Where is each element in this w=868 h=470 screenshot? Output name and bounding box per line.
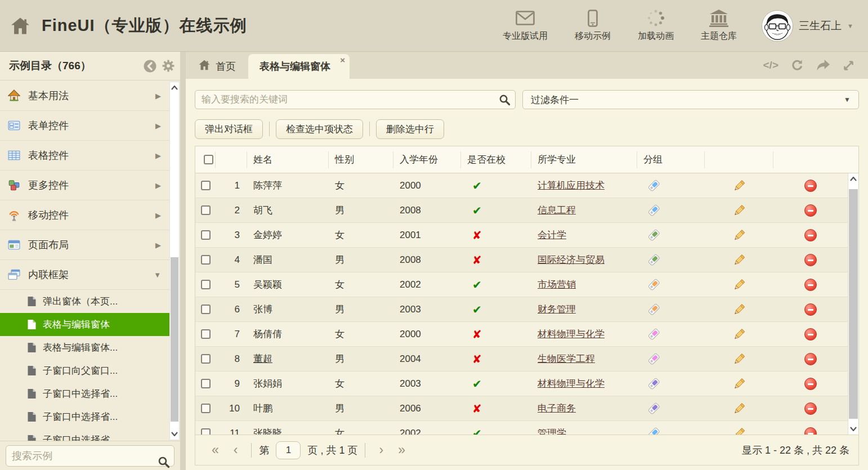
edit-pencil-icon[interactable] (732, 402, 746, 415)
sidebar-group-iframe[interactable]: 内联框架▼ (0, 260, 170, 290)
tag-icon[interactable] (647, 401, 661, 415)
check-selected-button[interactable]: 检查选中项状态 (276, 119, 363, 139)
delete-row-icon[interactable] (804, 402, 817, 415)
major-link[interactable]: 会计学 (538, 229, 566, 241)
major-link[interactable]: 材料物理与化学 (538, 377, 605, 390)
major-link[interactable]: 计算机应用技术 (538, 179, 605, 192)
row-checkbox[interactable] (201, 230, 211, 240)
tab-home[interactable]: 首页 (186, 54, 248, 79)
home-icon[interactable] (10, 17, 30, 35)
edit-pencil-icon[interactable] (732, 278, 746, 292)
tag-icon[interactable] (647, 253, 661, 267)
sidebar-item[interactable]: 表格与编辑窗体... (0, 336, 170, 359)
col-enrolled[interactable]: 是否在校 (461, 151, 531, 168)
row-checkbox[interactable] (201, 329, 211, 339)
delete-row-icon[interactable] (804, 279, 817, 291)
tag-icon[interactable] (647, 178, 661, 193)
page-number-input[interactable] (276, 441, 301, 459)
major-link[interactable]: 市场营销 (538, 278, 576, 291)
row-checkbox[interactable] (201, 255, 211, 265)
table-row[interactable]: 11 张晓晓 女 2002 ✔ 管理学 (195, 421, 858, 435)
major-link[interactable]: 财务管理 (538, 303, 576, 316)
nav-mobile-demo[interactable]: 移动示例 (575, 9, 611, 42)
row-checkbox[interactable] (201, 404, 211, 413)
nav-trial[interactable]: 专业版试用 (503, 9, 548, 42)
tab-grid-edit-window[interactable]: 表格与编辑窗体 × (248, 54, 350, 79)
delete-row-icon[interactable] (804, 427, 817, 435)
row-checkbox[interactable] (201, 354, 211, 364)
delete-row-icon[interactable] (804, 378, 817, 390)
open-dialog-button[interactable]: 弹出对话框 (195, 119, 263, 139)
row-checkbox[interactable] (201, 428, 211, 435)
edit-pencil-icon[interactable] (732, 303, 746, 316)
source-code-icon[interactable]: </> (763, 59, 778, 71)
row-checkbox[interactable] (201, 379, 211, 388)
table-row[interactable]: 2 胡飞 男 2008 ✔ 信息工程 (195, 198, 858, 223)
sidebar-item[interactable]: 子窗口向父窗口... (0, 359, 170, 382)
scroll-up-icon[interactable] (848, 173, 858, 185)
tag-icon[interactable] (647, 228, 661, 242)
sidebar-scrollbar[interactable] (169, 82, 180, 440)
edit-pencil-icon[interactable] (732, 204, 746, 217)
keyword-search-input[interactable] (195, 90, 516, 109)
col-name[interactable]: 姓名 (247, 151, 329, 168)
sidebar-group-basic[interactable]: 基本用法▶ (0, 81, 170, 111)
edit-pencil-icon[interactable] (732, 377, 746, 391)
major-link[interactable]: 信息工程 (538, 204, 576, 217)
share-icon[interactable] (816, 59, 830, 72)
delete-row-icon[interactable] (804, 353, 817, 365)
first-page-button[interactable]: « (204, 444, 226, 456)
tag-icon[interactable] (647, 327, 661, 341)
delete-row-icon[interactable] (804, 204, 817, 217)
scroll-up-icon[interactable] (170, 82, 179, 93)
edit-pencil-icon[interactable] (732, 352, 746, 366)
major-link[interactable]: 管理学 (538, 427, 566, 435)
delete-row-icon[interactable] (804, 303, 817, 316)
edit-pencil-icon[interactable] (732, 179, 746, 193)
edit-pencil-icon[interactable] (732, 427, 746, 435)
row-checkbox[interactable] (201, 205, 211, 215)
col-year[interactable]: 入学年份 (393, 151, 461, 168)
tag-icon[interactable] (647, 302, 661, 316)
splitter[interactable] (180, 52, 186, 470)
major-link[interactable]: 电子商务 (538, 402, 576, 415)
table-row[interactable]: 1 陈萍萍 女 2000 ✔ 计算机应用技术 (195, 173, 858, 198)
major-link[interactable]: 材料物理与化学 (538, 328, 605, 341)
edit-pencil-icon[interactable] (732, 253, 746, 267)
row-checkbox[interactable] (201, 181, 211, 190)
collapse-sidebar-icon[interactable] (144, 60, 156, 73)
edit-pencil-icon[interactable] (732, 328, 746, 341)
col-gender[interactable]: 性别 (329, 151, 393, 168)
table-row[interactable]: 9 张娟娟 女 2003 ✔ 材料物理与化学 (195, 371, 858, 396)
grid-scrollbar[interactable] (848, 173, 858, 435)
delete-row-icon[interactable] (804, 328, 817, 341)
nav-theme-repo[interactable]: 主题仓库 (701, 9, 737, 42)
sidebar-group-form[interactable]: 表单控件▶ (0, 111, 170, 141)
table-row[interactable]: 5 吴颖颖 女 2002 ✔ 市场营销 (195, 272, 858, 297)
sidebar-group-more[interactable]: 更多控件▶ (0, 171, 170, 200)
delete-row-icon[interactable] (804, 254, 817, 266)
sidebar-item[interactable]: 子窗口中选择省... (0, 405, 170, 428)
last-page-button[interactable]: » (391, 444, 413, 456)
expand-icon[interactable] (843, 60, 854, 71)
select-all-checkbox[interactable] (195, 151, 216, 168)
row-checkbox[interactable] (201, 280, 211, 289)
table-row[interactable]: 6 张博 男 2003 ✔ 财务管理 (195, 297, 858, 322)
table-row[interactable]: 4 潘国 男 2008 ✘ 国际经济与贸易 (195, 248, 858, 272)
tag-icon[interactable] (647, 203, 661, 217)
tag-icon[interactable] (647, 352, 661, 366)
col-major[interactable]: 所学专业 (531, 151, 637, 168)
table-row[interactable]: 8 董超 男 2004 ✘ 生物医学工程 (195, 347, 858, 371)
sidebar-search-input[interactable] (6, 445, 175, 467)
edit-pencil-icon[interactable] (732, 229, 746, 242)
delete-row-icon[interactable] (804, 180, 817, 192)
sidebar-item[interactable]: 子窗口中选择省 (0, 428, 170, 441)
major-link[interactable]: 生物医学工程 (538, 352, 595, 365)
refresh-icon[interactable] (791, 59, 804, 72)
next-page-button[interactable]: › (372, 444, 391, 456)
search-icon[interactable] (158, 456, 170, 470)
user-menu[interactable]: 三生石上 ▼ (762, 10, 853, 42)
scrollbar-thumb[interactable] (171, 257, 178, 422)
sidebar-group-layout[interactable]: 页面布局▶ (0, 230, 170, 260)
search-icon[interactable] (499, 94, 511, 108)
